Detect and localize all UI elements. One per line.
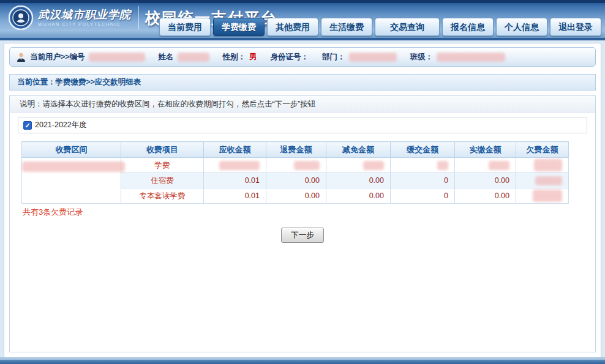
user-icon [16, 52, 26, 62]
nav-tabs: 当前费用 学费缴费 其他费用 生活缴费 交易查询 报名信息 个人信息 退出登录 [159, 18, 601, 36]
reduction-cell: 0.00 [326, 188, 391, 204]
fee-period-cell [22, 158, 121, 204]
table-header-row: 收费区间 收费项目 应收金额 退费金额 减免金额 缓交金额 实缴金额 欠费金额 [22, 142, 569, 158]
next-step-button[interactable]: 下一步 [281, 228, 324, 243]
redacted-name [178, 53, 209, 62]
tab-current-fees[interactable]: 当前费用 [159, 18, 211, 36]
col-header-paid: 实缴金额 [455, 142, 516, 158]
paid-cell [455, 158, 516, 173]
col-header-fee-period: 收费区间 [22, 142, 121, 158]
tab-personal-info[interactable]: 个人信息 [496, 18, 547, 36]
department-label: 部门： [322, 52, 345, 62]
fee-item-cell: 住宿费 [121, 173, 204, 188]
redacted-class [437, 53, 505, 62]
school-name-en: WUHAN CITY POLYTECHNIC [38, 22, 131, 27]
header-top-strip [0, 0, 605, 3]
col-header-owed: 欠费金额 [516, 142, 569, 158]
gender-value: 男 [249, 52, 257, 62]
reduction-cell: 0.00 [326, 173, 391, 188]
user-info-bar: 当前用户>>编号 姓名 性别：男 身份证号： 部门： 班级： [9, 47, 596, 67]
refund-cell [266, 158, 326, 173]
receivable-cell [204, 158, 266, 173]
col-header-receivable: 应收金额 [204, 142, 266, 158]
brand-divider [138, 6, 139, 29]
arrears-summary: 共有3条欠费记录 [23, 207, 595, 218]
redacted-value [535, 176, 562, 185]
deferred-cell [391, 158, 455, 173]
tab-logout[interactable]: 退出登录 [550, 18, 601, 36]
redacted-value [219, 161, 260, 170]
period-checkbox[interactable]: ✓ [23, 121, 32, 130]
deferred-cell: 0 [391, 173, 455, 188]
breadcrumb: 当前位置：学费缴费>>应交款明细表 [9, 74, 596, 91]
fee-item-cell: 专本套读学费 [121, 188, 204, 204]
paid-cell: 0.00 [455, 188, 516, 204]
redacted-fee-period [22, 162, 125, 172]
owed-cell [516, 173, 569, 188]
footer-strip [0, 360, 605, 364]
id-number-label: 身份证号： [271, 52, 309, 62]
button-row: 下一步 [10, 228, 595, 243]
owed-cell [516, 158, 569, 173]
fee-item-cell: 学费 [121, 158, 204, 173]
receivable-cell: 0.01 [204, 188, 266, 204]
redacted-value [363, 161, 384, 170]
gender-label: 性别： [223, 52, 246, 62]
period-select-box: ✓ 2021-2022年度 [18, 117, 587, 133]
page: 武汉城市职业学院 WUHAN CITY POLYTECHNIC 校园统一支付平台… [0, 0, 605, 364]
tab-transaction-query[interactable]: 交易查询 [375, 18, 440, 36]
user-prefix-label: 当前用户>>编号 [30, 52, 85, 62]
redacted-value [294, 161, 320, 170]
name-label: 姓名 [159, 52, 174, 62]
col-header-reduction: 减免金额 [326, 142, 391, 158]
school-names: 武汉城市职业学院 WUHAN CITY POLYTECHNIC [38, 9, 131, 27]
reduction-cell [326, 158, 391, 173]
payment-section: 说明：请选择本次进行缴费的收费区间，在相应的收费期间打勾，然后点击“下一步”按钮… [9, 95, 596, 352]
paid-cell: 0.00 [455, 173, 516, 188]
redacted-value [437, 161, 448, 170]
header: 武汉城市职业学院 WUHAN CITY POLYTECHNIC 校园统一支付平台… [0, 0, 605, 38]
school-name-cn: 武汉城市职业学院 [38, 9, 131, 20]
col-header-fee-item: 收费项目 [121, 142, 204, 158]
school-logo-icon [9, 6, 33, 30]
tab-registration-info[interactable]: 报名信息 [442, 18, 494, 36]
refund-cell: 0.00 [266, 173, 326, 188]
receivable-cell: 0.01 [204, 173, 266, 188]
col-header-deferred: 缓交金额 [391, 142, 455, 158]
owed-cell [516, 188, 569, 204]
redacted-value [534, 159, 562, 171]
col-header-refund: 退费金额 [266, 142, 326, 158]
content-box: 当前用户>>编号 姓名 性别：男 身份证号： 部门： 班级： 当前位置：学费缴费… [4, 43, 601, 358]
fees-table: 收费区间 收费项目 应收金额 退费金额 减免金额 缓交金额 实缴金额 欠费金额 … [21, 141, 569, 204]
redacted-user-id [89, 53, 145, 62]
instructions-text: 说明：请选择本次进行缴费的收费区间，在相应的收费期间打勾，然后点击“下一步”按钮 [10, 96, 595, 113]
tab-living-payment[interactable]: 生活缴费 [321, 18, 372, 36]
refund-cell: 0.00 [266, 188, 326, 204]
table-row: 学费 [22, 158, 569, 173]
redacted-value [489, 161, 509, 170]
deferred-cell: 0 [391, 188, 455, 204]
redacted-department [349, 53, 397, 62]
class-label: 班级： [410, 52, 434, 62]
redacted-value [533, 190, 562, 202]
period-label: 2021-2022年度 [35, 120, 87, 130]
tab-other-fees[interactable]: 其他费用 [267, 18, 318, 36]
header-separator [0, 38, 605, 40]
tab-tuition-payment[interactable]: 学费缴费 [213, 18, 265, 36]
